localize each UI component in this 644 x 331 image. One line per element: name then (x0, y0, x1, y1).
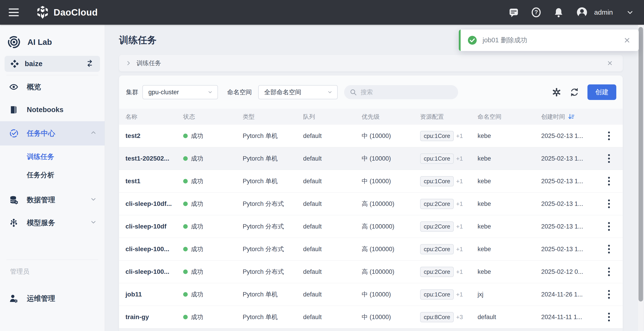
notebook-icon (9, 105, 18, 114)
refresh-icon[interactable] (569, 87, 580, 97)
page-scrollbar[interactable] (638, 25, 644, 331)
resource-chip: cpu:1Core (420, 153, 454, 164)
job-queue: default (303, 291, 362, 298)
table-row[interactable]: cli-sleep-100...成功Pytorch 分布式default高 (1… (119, 238, 623, 261)
table-row[interactable]: train-gy成功Pytorch 单机default中 (10000)cpu:… (119, 306, 623, 329)
workspace-selector[interactable]: baize (4, 56, 100, 72)
row-actions-kebab-icon[interactable] (605, 266, 613, 278)
user-gear-icon (9, 294, 18, 303)
brand-logo[interactable]: DaoCloud (35, 5, 98, 20)
col-name[interactable]: 名称 (119, 113, 183, 121)
row-actions-kebab-icon[interactable] (605, 221, 613, 232)
search-box[interactable] (344, 85, 458, 99)
notifications-bell-icon[interactable] (553, 7, 564, 18)
toast-close-icon[interactable] (624, 37, 630, 44)
row-actions-kebab-icon[interactable] (605, 311, 613, 323)
help-icon[interactable]: ? (531, 7, 542, 18)
resource-extra-count: +1 (456, 268, 463, 275)
table-row[interactable]: job11成功Pytorch 单机default中 (10000)cpu:1Co… (119, 283, 623, 306)
row-actions-kebab-icon[interactable] (605, 198, 613, 210)
job-type: Pytorch 单机 (243, 313, 303, 321)
sidebar-item-ops-management[interactable]: 运维管理 (0, 292, 104, 305)
create-button[interactable]: 创建 (588, 84, 616, 100)
sidebar-item-task-center[interactable]: 任务中心 (0, 121, 104, 145)
switch-workspace-icon[interactable] (86, 59, 94, 69)
job-name-link[interactable]: test2 (119, 132, 183, 140)
resource-chip: cpu:1Core (420, 289, 454, 300)
user-avatar[interactable] (576, 6, 588, 18)
job-namespace: kebe (478, 200, 541, 208)
sort-descending-icon[interactable] (568, 113, 575, 120)
job-priority: 中 (10000) (362, 132, 420, 140)
col-queue[interactable]: 队列 (303, 113, 362, 121)
col-priority[interactable]: 优先级 (362, 113, 420, 121)
table-row[interactable]: cli-sleep-10df...成功Pytorch 分布式default高 (… (119, 193, 623, 215)
row-actions-kebab-icon[interactable] (605, 243, 613, 255)
table-row[interactable]: test2成功Pytorch 单机default中 (10000)cpu:1Co… (119, 125, 623, 147)
sidebar-item-training-jobs[interactable]: 训练任务 (0, 150, 104, 163)
daocloud-logo-icon (35, 5, 50, 20)
col-resources[interactable]: 资源配置 (420, 113, 478, 121)
job-type: Pytorch 分布式 (243, 222, 303, 231)
sidebar-item-notebooks[interactable]: Notebooks (0, 103, 104, 116)
sidebar-item-data-management[interactable]: 数据管理 (0, 193, 104, 207)
row-actions-kebab-icon[interactable] (605, 289, 613, 300)
username-label: admin (594, 8, 613, 16)
row-actions-kebab-icon[interactable] (605, 175, 613, 187)
table-row[interactable]: test1成功Pytorch 单机default中 (10000)cpu:1Co… (119, 170, 623, 193)
job-name-link[interactable]: test1 (119, 178, 183, 185)
row-actions-kebab-icon[interactable] (605, 153, 613, 164)
sidebar-item-model-service[interactable]: 模型服务 (0, 216, 104, 229)
job-priority: 高 (100000) (362, 245, 420, 253)
job-resources: cpu:1Core+1 (420, 153, 478, 164)
breadcrumb-tab-bar: 训练任务 (119, 55, 623, 71)
breadcrumb-current[interactable]: 训练任务 (136, 59, 161, 67)
job-status: 成功 (183, 313, 243, 321)
job-name-link[interactable]: test1-202502... (119, 155, 183, 162)
product-header: AI Lab (7, 35, 104, 49)
search-input[interactable] (360, 89, 448, 96)
sidebar-item-overview[interactable]: 概览 (0, 80, 104, 94)
messages-icon[interactable] (508, 7, 519, 18)
table-footer-strip (119, 329, 623, 331)
namespace-select[interactable]: 全部命名空间 (258, 85, 338, 99)
job-name-link[interactable]: cli-sleep-10df... (119, 200, 183, 208)
job-name-link[interactable]: cli-sleep-100... (119, 268, 183, 275)
col-status[interactable]: 状态 (183, 113, 243, 121)
job-status: 成功 (183, 200, 243, 208)
chevron-right-icon[interactable] (126, 60, 132, 66)
job-status: 成功 (183, 154, 243, 163)
workspace-name: baize (25, 60, 42, 68)
job-type: Pytorch 单机 (243, 154, 303, 163)
col-namespace[interactable]: 命名空间 (478, 113, 541, 121)
row-actions-kebab-icon[interactable] (605, 130, 613, 142)
job-resources: cpu:2Core+1 (420, 244, 478, 254)
table-row[interactable]: cli-sleep-10df成功Pytorch 分布式default高 (100… (119, 215, 623, 238)
job-actions (595, 175, 623, 187)
table-row[interactable]: test1-202502...成功Pytorch 单机default中 (100… (119, 147, 623, 170)
hamburger-menu-icon[interactable] (9, 8, 19, 16)
status-dot-icon (183, 224, 188, 229)
job-resources: cpu:2Core+1 (420, 199, 478, 209)
table-settings-gear-icon[interactable] (551, 87, 562, 97)
scrollbar-thumb[interactable] (638, 27, 643, 302)
sidebar-item-job-analysis[interactable]: 任务分析 (0, 169, 104, 181)
job-status: 成功 (183, 245, 243, 253)
success-toast: job01 删除成功 (459, 29, 639, 51)
job-name-link[interactable]: cli-sleep-100... (119, 246, 183, 253)
job-name-link[interactable]: train-gy (119, 313, 183, 321)
job-namespace: kebe (478, 268, 541, 275)
user-menu-chevron-down-icon[interactable] (625, 7, 635, 18)
job-name-link[interactable]: job11 (119, 291, 183, 298)
tab-close-icon[interactable] (607, 60, 613, 66)
col-type[interactable]: 类型 (243, 113, 303, 121)
resource-chip: cpu:2Core (420, 267, 454, 277)
status-dot-icon (183, 270, 188, 274)
table-row[interactable]: cli-sleep-100...成功Pytorch 分布式default高 (1… (119, 261, 623, 283)
job-namespace: kebe (478, 155, 541, 162)
col-created[interactable]: 创建时间 (541, 113, 595, 121)
job-name-link[interactable]: cli-sleep-10df (119, 223, 183, 230)
job-actions (595, 198, 623, 210)
cluster-select[interactable]: gpu-cluster (142, 85, 218, 99)
resource-chip: cpu:8Core (420, 312, 454, 322)
